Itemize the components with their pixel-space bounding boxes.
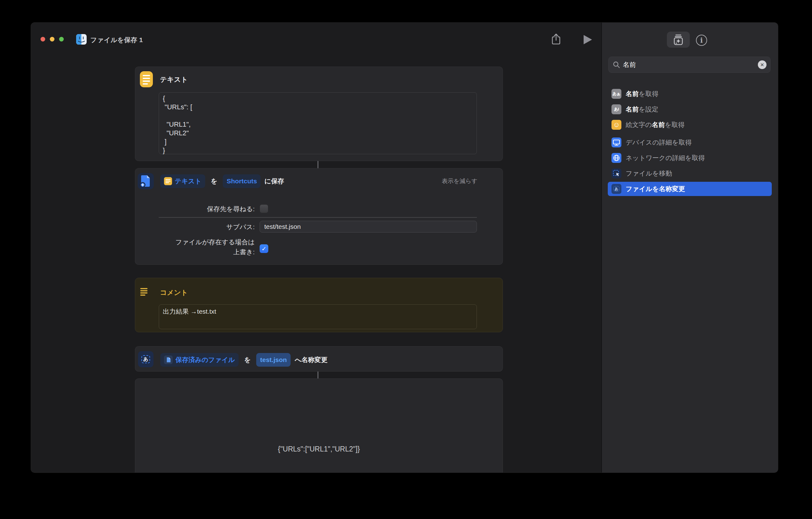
- minimize-window-button[interactable]: [50, 37, 55, 42]
- destination-token[interactable]: Shortcuts: [223, 174, 261, 188]
- show-less-button[interactable]: 表示を減らす: [442, 177, 477, 185]
- item-label-post: を設定: [639, 106, 659, 113]
- subpath-label: サブパス:: [159, 223, 255, 231]
- get-name-icon: あぁ: [611, 89, 621, 99]
- input-variable-token[interactable]: テキスト: [160, 174, 205, 188]
- rename-file-icon: あ: [611, 184, 621, 194]
- info-tab[interactable]: i: [696, 35, 707, 46]
- item-label-match: ファイルを名称変更: [626, 185, 685, 192]
- network-details-icon: [611, 153, 621, 163]
- item-label-pre: デバイスの詳細を取得: [626, 139, 692, 146]
- rename-file-action-card[interactable]: あ 保存済みのファイル を test.json へ名称変更: [135, 346, 503, 372]
- input-variable-label: テキスト: [175, 177, 201, 186]
- save-file-action-icon: [138, 173, 154, 189]
- comment-action-card[interactable]: コメント 出力結果 →test.txt: [135, 278, 503, 332]
- action-library-tab[interactable]: [667, 32, 690, 48]
- item-label-pre: 絵文字の: [626, 121, 652, 128]
- sidebar-item-rename-file[interactable]: あ ファイルを名称変更: [608, 182, 772, 196]
- rename-icon-glyph: あ: [613, 186, 619, 192]
- result-preview-card[interactable]: {"URLs":["URL1","URL2"]}: [135, 378, 503, 472]
- ask-where-checkbox[interactable]: [260, 204, 268, 213]
- sidebar-item-get-emoji-name[interactable]: ☺ 絵文字の名前を取得: [608, 118, 772, 132]
- overwrite-label-line1: ファイルが存在する場合は: [159, 238, 255, 246]
- move-file-icon: [611, 168, 621, 179]
- sidebar-item-move-file[interactable]: ファイルを移動: [608, 166, 772, 181]
- particle-wo: を: [244, 355, 251, 364]
- saved-file-token[interactable]: 保存済みのファイル: [160, 353, 239, 367]
- subpath-value: test/test.json: [264, 223, 301, 230]
- item-label-match: 名前: [652, 121, 665, 128]
- comment-title: コメント: [160, 288, 188, 297]
- new-name-label: test.json: [260, 356, 287, 363]
- overwrite-checkbox[interactable]: ✓: [260, 244, 268, 253]
- particle-wo: を: [211, 177, 218, 186]
- search-query: 名前: [623, 60, 758, 69]
- zoom-window-button[interactable]: [59, 37, 64, 42]
- overwrite-label-line2: 上書き:: [159, 248, 255, 256]
- action-library-icon: [672, 34, 685, 45]
- flow-connector: [318, 161, 318, 168]
- item-label-match: 名前: [626, 90, 639, 97]
- item-label-pre: ネットワークの詳細を取得: [626, 154, 705, 161]
- save-suffix: に保存: [264, 177, 284, 186]
- comment-icon: [140, 288, 148, 296]
- save-file-action-card[interactable]: テキスト を Shortcuts に保存 表示を減らす 保存先を尋ねる: サブパ…: [135, 168, 503, 265]
- set-name-icon: あI: [611, 104, 621, 114]
- rename-action-icon: あ: [138, 351, 153, 367]
- item-label-post: を取得: [639, 90, 659, 97]
- finder-app-icon: [76, 34, 87, 45]
- text-action-title: テキスト: [160, 75, 188, 84]
- comment-content: 出力結果 →test.txt: [163, 307, 216, 316]
- window-title: ファイルを保存 1: [90, 36, 143, 44]
- clear-search-button[interactable]: ✕: [758, 60, 766, 69]
- subpath-input[interactable]: test/test.json: [260, 221, 477, 233]
- item-label-pre: ファイルを移動: [626, 170, 672, 177]
- clear-icon: ✕: [760, 62, 764, 68]
- sidebar-item-get-device-details[interactable]: デバイスの詳細を取得: [608, 135, 772, 149]
- share-icon[interactable]: [551, 33, 562, 45]
- run-shortcut-button[interactable]: [584, 35, 592, 44]
- rename-icon-glyph: あ: [141, 355, 150, 363]
- saved-file-label: 保存済みのファイル: [175, 355, 235, 364]
- text-action-icon: [140, 71, 153, 88]
- file-variable-icon: [164, 355, 173, 364]
- emoji-name-icon: ☺: [611, 120, 621, 130]
- card-divider: [159, 217, 477, 218]
- device-details-icon: [611, 137, 621, 147]
- sidebar-item-get-name[interactable]: あぁ 名前を取得: [608, 87, 772, 101]
- new-name-token[interactable]: test.json: [256, 353, 290, 367]
- destination-label: Shortcuts: [227, 177, 257, 185]
- item-label-post: を取得: [665, 121, 685, 128]
- item-label-match: 名前: [626, 106, 639, 113]
- rename-suffix: へ名称変更: [295, 355, 328, 364]
- text-action-card[interactable]: テキスト { "URLs": [ "URL1", "URL2" ] }: [135, 66, 503, 161]
- info-icon: i: [700, 36, 703, 44]
- text-variable-icon: [164, 177, 172, 185]
- action-search-field[interactable]: 名前 ✕: [608, 57, 771, 73]
- search-icon: [613, 61, 620, 68]
- ask-where-label: 保存先を尋ねる:: [159, 205, 255, 213]
- result-preview-text: {"URLs":["URL1","URL2"]}: [135, 445, 502, 453]
- sidebar-item-set-name[interactable]: あI 名前を設定: [608, 102, 772, 116]
- flow-connector: [318, 372, 318, 378]
- action-library-sidebar: i 名前 ✕ あぁ 名前を取得 あI 名前を設定 ☺ 絵文字の名前を取得: [601, 23, 778, 472]
- close-window-button[interactable]: [40, 37, 45, 42]
- text-action-content: { "URLs": [ "URL1", "URL2" ] }: [163, 94, 192, 155]
- text-action-editor[interactable]: { "URLs": [ "URL1", "URL2" ] }: [159, 92, 477, 154]
- shortcuts-window: ファイルを保存 1 テキスト { "URLs": [ "URL1", "URL2…: [31, 23, 778, 472]
- comment-editor[interactable]: 出力結果 →test.txt: [159, 304, 477, 329]
- checkmark-icon: ✓: [261, 245, 266, 252]
- sidebar-item-get-network-details[interactable]: ネットワークの詳細を取得: [608, 151, 772, 165]
